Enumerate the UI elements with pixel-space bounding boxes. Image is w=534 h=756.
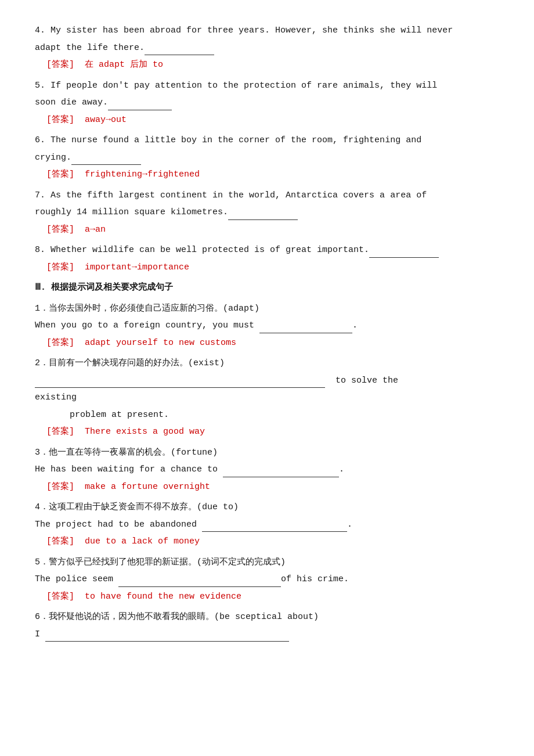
- q8-line1: Whether wildlife can be well protected i…: [50, 245, 369, 255]
- s3-3-chinese: 3．他一直在等待一夜暴富的机会。(fortune): [35, 445, 499, 460]
- q4-line2: adapt the life there.: [35, 43, 145, 53]
- s3-2-answer: [答案] There exists a good way: [35, 424, 499, 440]
- question-4: 4. My sister has been abroad for three y…: [35, 23, 499, 73]
- s3-5-fill: [118, 586, 281, 587]
- q7-text-line2: roughly 14 million square kilometres.: [35, 205, 499, 220]
- q6-fill: [71, 164, 141, 165]
- s3-2-english-line1: to solve the: [35, 373, 499, 388]
- s3-item-1: 1．当你去国外时，你必须使自己适应新的习俗。(adapt) When you g…: [35, 301, 499, 351]
- q4-answer: [答案] 在 adapt 后加 to: [35, 57, 499, 73]
- q5-answer-label: [答案]: [46, 115, 74, 125]
- q7-number: 7.: [35, 190, 45, 200]
- s3-1-english: When you go to a foreign country, you mu…: [35, 318, 499, 333]
- q4-text-line1: 4. My sister has been abroad for three y…: [35, 23, 499, 38]
- q7-answer-label: [答案]: [46, 225, 74, 235]
- s3-5-en: The police seem: [35, 574, 113, 584]
- q5-answer: [答案] away→out: [35, 113, 499, 128]
- s3-2-existing: existing: [35, 393, 77, 402]
- q6-line2: crying.: [35, 153, 71, 163]
- s3-1-cn: 当你去国外时，你必须使自己适应新的习俗。(adapt): [49, 304, 259, 314]
- q4-line1: My sister has been abroad for three year…: [50, 26, 453, 35]
- s3-5-chinese: 5．警方似乎已经找到了他犯罪的新证据。(动词不定式的完成式): [35, 555, 499, 570]
- s3-6-chinese: 6．我怀疑他说的话，因为他不敢看我的眼睛。(be sceptical about…: [35, 610, 499, 625]
- s3-6-cn: 我怀疑他说的话，因为他不敢看我的眼睛。(be sceptical about): [49, 612, 319, 622]
- s3-item-3: 3．他一直在等待一夜暴富的机会。(fortune) He has been wa…: [35, 445, 499, 495]
- q4-text-line2: adapt the life there.: [35, 41, 499, 56]
- s3-2-mid: to solve the: [335, 376, 398, 386]
- section3-header: Ⅲ. 根据提示词及相关要求完成句子: [35, 280, 499, 296]
- q5-text-line1: 5. If people don't pay attention to the …: [35, 78, 499, 93]
- question-7: 7. As the fifth largest continent in the…: [35, 188, 499, 237]
- question-5: 5. If people don't pay attention to the …: [35, 78, 499, 128]
- s3-5-number: 5．: [35, 557, 49, 567]
- q7-fill: [228, 219, 298, 220]
- s3-2-number: 2．: [35, 358, 49, 368]
- s3-1-answer: [答案] adapt yourself to new customs: [35, 336, 499, 351]
- s3-3-number: 3．: [35, 448, 49, 458]
- question-6: 6. The nurse found a little boy in the c…: [35, 133, 499, 182]
- q6-text-line2: crying.: [35, 150, 499, 165]
- q6-text-line1: 6. The nurse found a little boy in the c…: [35, 133, 499, 148]
- s3-item-4: 4．这项工程由于缺乏资金而不得不放弃。(due to) The project …: [35, 500, 499, 549]
- s3-6-fill: [45, 641, 289, 642]
- q6-number: 6.: [35, 135, 45, 145]
- s3-2-fill1: [35, 387, 325, 388]
- q8-number: 8.: [35, 245, 45, 255]
- q6-answer-text: frightening→frightened: [85, 170, 200, 179]
- q5-fill: [108, 110, 172, 110]
- q7-text-line1: 7. As the fifth largest continent in the…: [35, 188, 499, 203]
- s3-6-english: I: [35, 627, 499, 642]
- s3-2-cn: 目前有一个解决现存问题的好办法。(exist): [49, 358, 225, 368]
- s3-3-answer: [答案] make a fortune overnight: [35, 480, 499, 495]
- s3-4-answer: [答案] due to a lack of money: [35, 534, 499, 549]
- s3-1-number: 1．: [35, 304, 49, 314]
- q8-answer: [答案] important→importance: [35, 260, 499, 275]
- s3-4-chinese: 4．这项工程由于缺乏资金而不得不放弃。(due to): [35, 500, 499, 515]
- q7-answer: [答案] a→an: [35, 222, 499, 237]
- s3-4-cn: 这项工程由于缺乏资金而不得不放弃。(due to): [49, 502, 239, 512]
- q7-line2: roughly 14 million square kilometres.: [35, 207, 228, 217]
- s3-4-fill: [202, 531, 347, 532]
- q8-text-line1: 8. Whether wildlife can be well protecte…: [35, 243, 499, 258]
- s3-item-5: 5．警方似乎已经找到了他犯罪的新证据。(动词不定式的完成式) The polic…: [35, 555, 499, 604]
- s3-4-english: The project had to be abandoned .: [35, 517, 499, 532]
- s3-2-continuation: existing: [35, 390, 499, 405]
- q5-line2: soon die away.: [35, 98, 108, 107]
- q6-answer: [答案] frightening→frightened: [35, 167, 499, 182]
- q4-fill: [145, 55, 214, 55]
- s3-item-2: 2．目前有一个解决现存问题的好办法。(exist) to solve the e…: [35, 356, 499, 440]
- q5-answer-text: away→out: [85, 115, 127, 125]
- q5-number: 5.: [35, 81, 45, 91]
- s3-4-number: 4．: [35, 502, 49, 512]
- q5-line1: If people don't pay attention to the pro…: [50, 81, 437, 91]
- s3-4-en: The project had to be abandoned: [35, 520, 197, 530]
- s3-5-english: The police seem of his crime.: [35, 572, 499, 587]
- q8-answer-label: [答案]: [46, 262, 74, 272]
- s3-3-cn: 他一直在等待一夜暴富的机会。(fortune): [49, 448, 218, 458]
- q4-number: 4.: [35, 26, 45, 35]
- s3-6-number: 6．: [35, 612, 49, 622]
- q6-line1: The nurse found a little boy in the corn…: [50, 135, 421, 145]
- q4-answer-text: 在 adapt 后加 to: [85, 60, 163, 70]
- s3-1-fill: [259, 333, 352, 333]
- q7-answer-text: a→an: [85, 225, 106, 235]
- q5-text-line2: soon die away.: [35, 95, 499, 110]
- q6-answer-label: [答案]: [46, 170, 74, 179]
- s3-3-fill: [223, 477, 339, 477]
- s3-2-chinese: 2．目前有一个解决现存问题的好办法。(exist): [35, 356, 499, 371]
- q7-line1: As the fifth largest continent in the wo…: [50, 190, 427, 200]
- q8-fill: [369, 257, 439, 258]
- s3-1-en: When you go to a foreign country, you mu…: [35, 321, 254, 330]
- s3-3-en: He has been waiting for a chance to: [35, 465, 218, 474]
- s3-5-answer: [答案] to have found the new evidence: [35, 589, 499, 604]
- s3-2-line2: problem at present.: [70, 410, 169, 420]
- s3-2-english-line2: problem at present.: [35, 408, 499, 423]
- s3-item-6: 6．我怀疑他说的话，因为他不敢看我的眼睛。(be sceptical about…: [35, 610, 499, 642]
- s3-3-english: He has been waiting for a chance to .: [35, 462, 499, 477]
- q4-answer-label: [答案]: [46, 60, 74, 70]
- q8-answer-text: important→importance: [85, 262, 189, 272]
- question-8: 8. Whether wildlife can be well protecte…: [35, 243, 499, 275]
- s3-1-chinese: 1．当你去国外时，你必须使自己适应新的习俗。(adapt): [35, 301, 499, 316]
- s3-5-cn: 警方似乎已经找到了他犯罪的新证据。(动词不定式的完成式): [49, 557, 286, 567]
- s3-6-en: I: [35, 629, 40, 639]
